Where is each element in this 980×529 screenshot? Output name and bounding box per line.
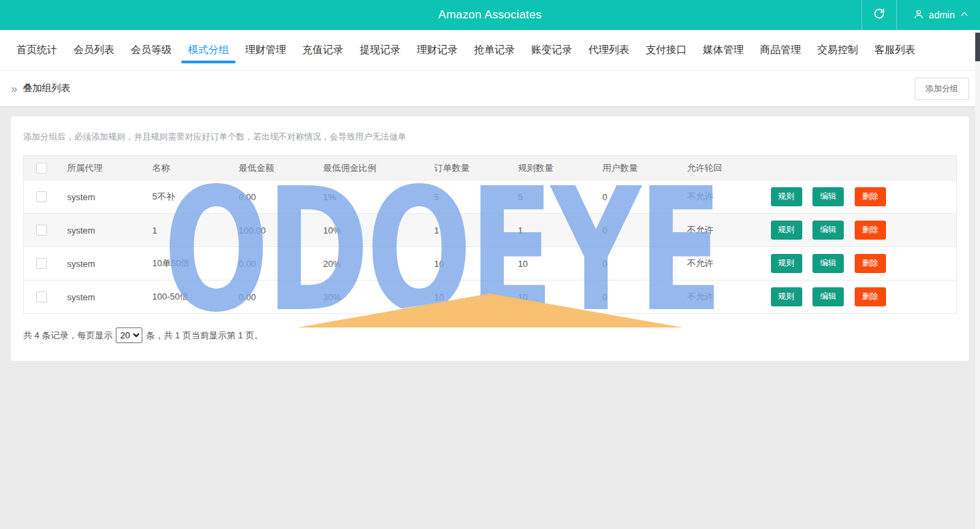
refresh-button[interactable]: [862, 0, 897, 30]
row-checkbox[interactable]: [36, 258, 47, 269]
cell-min-amount: 100.00: [239, 214, 323, 247]
content-card: 添加分组后，必须添加规则，并且规则需要对应好订单个数，若出现不对称情况，会导致用…: [11, 116, 969, 361]
nav-item-grab-records[interactable]: 抢单记录: [474, 30, 515, 71]
cell-orders: 10: [434, 247, 518, 280]
cell-name: 10单50倍: [153, 247, 239, 280]
table-row: system 1 100.00 10% 1 1 0 不允许 规则 编辑 删除: [24, 214, 957, 247]
row-checkbox[interactable]: [36, 225, 47, 236]
nav-item-member-level[interactable]: 会员等级: [131, 30, 172, 71]
cell-min-amount: 0.00: [239, 247, 323, 280]
cell-name: 1: [153, 214, 239, 247]
nav-item-product-manage[interactable]: 商品管理: [760, 30, 801, 71]
per-page-select[interactable]: 20: [116, 327, 142, 343]
cell-rules: 5: [518, 180, 603, 214]
pagination-prefix: 共 4 条记录，每页显示: [23, 330, 112, 342]
chevron-up-icon: [960, 10, 969, 21]
col-header-orders: 订单数量: [434, 156, 518, 180]
delete-button[interactable]: 删除: [855, 254, 886, 272]
row-checkbox[interactable]: [36, 291, 47, 302]
cell-orders: 10: [434, 280, 518, 314]
app-header: Amazon Associates admin: [0, 0, 980, 30]
user-icon: [913, 9, 924, 22]
nav-item-support-list[interactable]: 客服列表: [874, 30, 915, 71]
select-all-checkbox[interactable]: [36, 163, 47, 174]
nav-item-member-list[interactable]: 会员列表: [74, 30, 114, 71]
cell-agent: system: [67, 280, 153, 314]
col-header-name: 名称: [153, 156, 239, 180]
cell-loop: 不允许: [687, 180, 771, 214]
cell-orders: 1: [434, 214, 518, 247]
nav-item-finance-manage[interactable]: 理财管理: [245, 30, 286, 71]
nav-item-mode-groups[interactable]: 模式分组: [188, 30, 229, 71]
delete-button[interactable]: 删除: [855, 221, 886, 239]
cell-rules: 10: [518, 247, 603, 280]
edit-button[interactable]: 编辑: [812, 221, 844, 239]
breadcrumb-chevrons-icon: »: [11, 83, 17, 95]
edit-button[interactable]: 编辑: [812, 187, 844, 206]
cell-users: 0: [603, 180, 687, 214]
scrollbar-thumb[interactable]: [975, 33, 980, 61]
delete-button[interactable]: 删除: [855, 187, 886, 206]
app-title: Amazon Associates: [439, 8, 542, 22]
col-header-rules: 规则数量: [518, 156, 603, 180]
breadcrumb-bar: » 叠加组列表 添加分组: [0, 71, 980, 107]
delete-button[interactable]: 删除: [855, 287, 886, 306]
groups-table: 所属代理 名称 最低金额 最低佣金比例 订单数量 规则数量 用户数量 允许轮回 …: [23, 155, 957, 314]
cell-rules: 1: [518, 214, 603, 247]
cell-name: 5不补: [153, 180, 239, 214]
col-header-min-commission: 最低佣金比例: [323, 156, 434, 180]
nav-item-recharge-records[interactable]: 充值记录: [302, 30, 343, 71]
table-row: system 100-50倍 0.00 30% 10 10 0 不允许 规则 编…: [24, 280, 957, 314]
nav-item-home-stats[interactable]: 首页统计: [16, 30, 57, 71]
rule-button[interactable]: 规则: [771, 221, 802, 239]
edit-button[interactable]: 编辑: [812, 287, 844, 306]
cell-min-commission: 10%: [323, 214, 434, 247]
nav-item-balance-records[interactable]: 账变记录: [531, 30, 572, 71]
cell-min-amount: 0.00: [239, 280, 323, 314]
rule-button[interactable]: 规则: [771, 254, 802, 272]
cell-loop: 不允许: [687, 280, 771, 314]
nav-item-withdraw-records[interactable]: 提现记录: [360, 30, 400, 71]
cell-name: 100-50倍: [153, 280, 239, 314]
main-nav: 首页统计 会员列表 会员等级 模式分组 理财管理 充值记录 提现记录 理财记录 …: [0, 30, 980, 71]
nav-item-agent-list[interactable]: 代理列表: [588, 30, 629, 71]
scrollbar-track: [975, 30, 980, 529]
nav-item-finance-records[interactable]: 理财记录: [417, 30, 458, 71]
rule-button[interactable]: 规则: [771, 187, 802, 206]
table-row: system 10单50倍 0.00 20% 10 10 0 不允许 规则 编辑…: [24, 247, 957, 280]
cell-min-commission: 20%: [323, 247, 434, 280]
cell-agent: system: [67, 180, 153, 214]
cell-agent: system: [67, 214, 153, 247]
pagination-suffix: 条，共 1 页当前显示第 1 页。: [146, 330, 263, 342]
table-row: system 5不补 0.00 1% 5 5 0 不允许 规则 编辑 删除: [24, 180, 957, 214]
cell-users: 0: [603, 280, 687, 314]
cell-loop: 不允许: [687, 247, 771, 280]
refresh-icon: [873, 7, 885, 22]
page-title: 叠加组列表: [22, 82, 70, 95]
cell-users: 0: [603, 247, 687, 280]
add-group-button[interactable]: 添加分组: [915, 78, 969, 100]
cell-users: 0: [603, 214, 687, 247]
user-menu[interactable]: admin: [897, 0, 980, 30]
cell-min-commission: 1%: [323, 180, 434, 214]
col-header-users: 用户数量: [603, 156, 687, 180]
edit-button[interactable]: 编辑: [812, 254, 844, 272]
col-header-actions: [771, 156, 957, 180]
col-header-loop: 允许轮回: [687, 156, 771, 180]
cell-rules: 10: [518, 280, 603, 314]
cell-agent: system: [67, 247, 153, 280]
hint-text: 添加分组后，必须添加规则，并且规则需要对应好订单个数，若出现不对称情况，会导致用…: [23, 131, 957, 143]
col-header-min-amount: 最低金额: [239, 156, 323, 180]
rule-button[interactable]: 规则: [771, 287, 802, 306]
cell-orders: 5: [434, 180, 518, 214]
cell-loop: 不允许: [687, 214, 771, 247]
cell-min-amount: 0.00: [239, 180, 323, 214]
pagination: 共 4 条记录，每页显示 20 条，共 1 页当前显示第 1 页。: [23, 327, 957, 343]
nav-item-media-manage[interactable]: 媒体管理: [703, 30, 744, 71]
nav-item-trade-control[interactable]: 交易控制: [817, 30, 858, 71]
col-header-agent: 所属代理: [67, 156, 153, 180]
nav-item-payment-api[interactable]: 支付接口: [646, 30, 686, 71]
row-checkbox[interactable]: [36, 191, 47, 202]
table-header-row: 所属代理 名称 最低金额 最低佣金比例 订单数量 规则数量 用户数量 允许轮回: [24, 156, 957, 180]
cell-min-commission: 30%: [323, 280, 434, 314]
